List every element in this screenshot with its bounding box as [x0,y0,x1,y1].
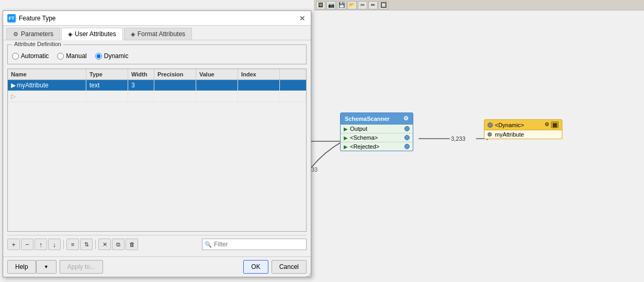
col-value: Value [196,69,238,80]
empty-row-arrow-icon: ▷ [11,93,16,100]
td-empty-name: ▷ [8,91,86,101]
toolbar-btn-6[interactable]: ✏ [368,1,378,9]
reverse-sort-button[interactable]: ⇅ [80,239,93,250]
attribute-definition-legend: Attribute Definition [12,41,63,47]
dynamic-node-title: <Dynamic> [495,122,524,128]
delete-button[interactable]: 🗑 [126,239,138,250]
dynamic-node-icon [488,122,493,128]
ok-button[interactable]: OK [243,260,268,274]
table-row[interactable]: ▶ myAttribute text 3 [8,80,306,91]
td-empty-width [128,91,154,101]
td-value [196,80,238,91]
filter-box: 🔍 [202,239,307,250]
port-rejected-dot[interactable] [404,144,410,149]
canvas-number: 33 [311,166,318,173]
col-width: Width [128,69,154,80]
toolbar-btn-4[interactable]: 📂 [347,1,357,9]
parameters-tab-icon: ⚙ [13,31,18,38]
col-precision: Precision [154,69,196,80]
col-type: Type [86,69,128,80]
port-rejected[interactable]: ▶ <Rejected> [341,142,413,151]
radio-group: Automatic Manual Dynamic [12,49,302,60]
schema-scanner-ports: ▶ Output ▶ <Schema> ▶ <Rejected> [340,125,413,151]
td-empty-value [196,91,238,101]
add-row-button[interactable]: + [7,239,20,250]
dialog-title-icon: FT [7,14,16,22]
toolbar-btn-3[interactable]: 💾 [337,1,346,9]
filter-input[interactable] [214,241,304,248]
port-output[interactable]: ▶ Output [341,125,413,133]
tab-parameters-label: Parameters [21,30,53,38]
radio-manual-input[interactable] [57,53,64,60]
radio-automatic-label: Automatic [21,52,49,60]
dialog-body: Attribute Definition Automatic Manual Dy… [3,40,311,256]
table-header: Name Type Width Precision Value Index [8,69,306,80]
radio-automatic[interactable]: Automatic [12,52,49,60]
radio-automatic-input[interactable] [12,53,19,60]
td-width: 3 [128,80,154,91]
dynamic-node-header[interactable]: <Dynamic> ⚙ ▦ [484,119,562,130]
port-arrow-icon: ▶ [344,126,348,132]
col-index: Index [238,69,280,80]
help-dropdown-button[interactable]: ▼ [36,260,57,274]
dynamic-node: <Dynamic> ⚙ ▦ myAttribute [484,119,562,139]
move-up-button[interactable]: ↑ [35,239,47,250]
dynamic-node-header-left: <Dynamic> [488,122,524,128]
td-type: text [86,80,128,91]
format-attributes-tab-icon: ◈ [131,31,135,38]
radio-dynamic-input[interactable] [95,53,102,60]
sort-button[interactable]: ≡ [66,239,79,250]
dynamic-node-gear-icon[interactable]: ⚙ [545,121,549,128]
copy-button[interactable]: ⧉ [112,239,125,250]
table-row-empty[interactable]: ▷ [8,91,306,102]
tab-format-attributes[interactable]: ◈ Format Attributes [124,28,192,40]
schema-scanner-gear-icon[interactable]: ⚙ [403,115,409,122]
dynamic-node-table-icon[interactable]: ▦ [551,121,559,128]
toolbar-btn-5[interactable]: ✂ [358,1,367,9]
tab-user-attributes[interactable]: ◈ User Attributes [61,28,123,40]
toolbar-btn-7[interactable]: 🔲 [379,1,388,9]
row-arrow-icon: ▶ [11,82,16,89]
port-schema[interactable]: ▶ <Schema> [341,133,413,142]
dialog-close-button[interactable]: ✕ [298,14,307,22]
port-schema-label: <Schema> [350,134,378,141]
schema-scanner-title: SchemaScanner [345,116,390,122]
port-schema-dot[interactable] [404,135,410,140]
filter-search-icon: 🔍 [205,241,212,248]
tabs-container: ⚙ Parameters ◈ User Attributes ◈ Format … [3,26,311,40]
toolbar-btn-2[interactable]: 📷 [326,1,336,9]
tab-parameters[interactable]: ⚙ Parameters [6,28,60,40]
dynamic-node-ports: myAttribute [484,130,562,139]
user-attributes-tab-icon: ◈ [68,31,72,38]
attributes-table: Name Type Width Precision Value Index ▶ … [7,69,307,232]
move-down-button[interactable]: ↓ [48,239,61,250]
radio-manual[interactable]: Manual [57,52,86,60]
dynamic-node-attribute-label: myAttribute [495,131,524,138]
radio-manual-label: Manual [66,52,86,60]
port-output-label: Output [350,126,367,132]
feature-type-dialog: FT Feature Type ✕ ⚙ Parameters ◈ User At… [3,10,311,277]
port-arrow-icon: ▶ [344,135,348,141]
dialog-resize-handle[interactable] [306,272,311,277]
dialog-icon-text: FT [9,16,15,21]
help-dropdown-arrow-icon: ▼ [44,264,49,269]
dynamic-node-attribute[interactable]: myAttribute [484,130,562,139]
col-name: Name [8,69,86,80]
table-body: ▶ myAttribute text 3 ▷ [8,80,306,231]
clear-button[interactable]: ✕ [98,239,111,250]
td-empty-index [238,91,280,101]
help-button-group: Help ▼ [7,260,57,274]
cancel-button[interactable]: Cancel [272,260,307,274]
td-empty-type [86,91,128,101]
help-button[interactable]: Help [7,260,36,274]
schema-scanner-header[interactable]: SchemaScanner ⚙ [340,112,413,125]
apply-to-button[interactable]: Apply to... [60,260,103,274]
remove-row-button[interactable]: − [21,239,33,250]
dialog-footer: Help ▼ Apply to... OK Cancel [3,256,311,277]
radio-dynamic[interactable]: Dynamic [95,52,129,60]
toolbar-btn-1[interactable]: 🖼 [316,1,325,9]
td-empty-precision [154,91,196,101]
row-name-value: myAttribute [17,82,49,89]
port-output-dot[interactable] [404,126,410,131]
schema-scanner-node: SchemaScanner ⚙ ▶ Output ▶ <Schema> ▶ <R… [340,112,413,151]
